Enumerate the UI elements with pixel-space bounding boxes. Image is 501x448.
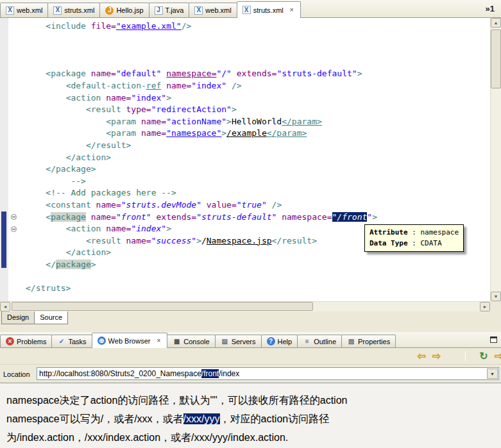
- forward-icon[interactable]: ⇨: [429, 351, 445, 361]
- code-token: [232, 69, 237, 78]
- fold-cell: [8, 92, 19, 104]
- code-editor[interactable]: <include file="example.xml"/> <package n…: [19, 18, 490, 301]
- highlighted-text: /xxx/yyy: [183, 413, 220, 424]
- code-token: name=: [126, 236, 151, 245]
- panel-tab-console[interactable]: ▦Console: [167, 335, 215, 347]
- scroll-up-arrow-icon[interactable]: ▲: [491, 18, 501, 28]
- code-token: [26, 153, 66, 162]
- annotation-ruler[interactable]: [0, 18, 8, 301]
- code-token: "true": [237, 200, 267, 210]
- code-token: >: [232, 104, 237, 114]
- page-tab-source[interactable]: Source: [34, 311, 68, 324]
- horizontal-scrollbar[interactable]: ◄ ►: [0, 301, 490, 311]
- url-input[interactable]: http://localhost:8080/Struts2_0200_Names…: [37, 367, 499, 380]
- code-token: </: [46, 260, 56, 269]
- code-token: [26, 224, 66, 233]
- editor-tab-t-java[interactable]: JT.java: [149, 3, 190, 17]
- tab-overflow-chevron[interactable]: »1: [486, 4, 495, 13]
- code-token: file=: [91, 21, 116, 31]
- code-token: "struts-default": [276, 69, 357, 78]
- scroll-down-arrow-icon[interactable]: ▼: [491, 292, 501, 301]
- properties-icon: ▧: [347, 337, 355, 345]
- collapse-toggle-icon[interactable]: [11, 226, 17, 232]
- code-line: <constant name="struts.devMode" value="t…: [26, 199, 490, 212]
- back-icon[interactable]: ⇦: [414, 351, 429, 361]
- panel-tab-outline[interactable]: ≡Outline: [297, 335, 342, 347]
- code-token: [86, 21, 91, 31]
- text-part: http://localhost:8080/Struts2_0200_Names…: [39, 369, 201, 378]
- folding-ruler[interactable]: [8, 18, 19, 301]
- code-token: [267, 200, 272, 210]
- code-token: <package: [46, 69, 86, 78]
- url-highlighted-segment: /front: [201, 369, 219, 378]
- editor-tab-struts-xml[interactable]: Xstruts.xml×: [237, 1, 301, 18]
- xml-file-icon: X: [6, 6, 14, 15]
- code-line: <param name="actionName">HelloWorld</par…: [26, 116, 490, 128]
- code-token: [86, 212, 91, 222]
- code-token: ref: [146, 81, 161, 90]
- code-token: [26, 188, 46, 197]
- url-dropdown-icon[interactable]: ▼: [487, 369, 498, 379]
- editor-tab-strip: Xweb.xmlXstruts.xmlJHello.jspJT.javaXweb…: [0, 0, 300, 17]
- collapse-toggle-icon[interactable]: [11, 214, 17, 220]
- code-token: [26, 93, 66, 103]
- code-token: </package>: [46, 164, 96, 174]
- close-icon[interactable]: ×: [289, 6, 295, 13]
- editor-tab-hello-jsp[interactable]: JHello.jsp: [99, 3, 149, 17]
- page-tab-design[interactable]: Design: [1, 311, 35, 324]
- fold-cell: [8, 116, 19, 128]
- panel-tab-help[interactable]: ?Help: [261, 335, 298, 347]
- horizontal-scroll-thumb[interactable]: [12, 302, 313, 311]
- editor-tab-bar: Xweb.xmlXstruts.xmlJHello.jspJT.javaXweb…: [0, 0, 501, 18]
- code-token: extends=: [157, 212, 197, 222]
- tooltip-attribute-label: Attribute: [369, 228, 408, 236]
- xml-file-icon: X: [194, 6, 203, 15]
- scroll-right-arrow-icon[interactable]: ►: [480, 302, 490, 311]
- editor-tab-web-xml[interactable]: Xweb.xml: [0, 3, 48, 17]
- tooltip-attribute-label: Data Type: [369, 239, 408, 247]
- code-token: </param>: [282, 117, 322, 126]
- panel-tab-servers[interactable]: ▤Servers: [215, 335, 262, 347]
- panel-tab-strip: ×Problems✓Tasks⊕Web Browser×▦Console▤Ser…: [0, 332, 395, 347]
- code-token: "redirectAction": [151, 104, 232, 114]
- panel-tab-web-browser[interactable]: ⊕Web Browser×: [92, 333, 168, 348]
- code-line: <package name="default" namespace="/" ex…: [26, 68, 490, 80]
- tab-label: struts.xml: [64, 6, 94, 14]
- code-token: [26, 164, 46, 174]
- vertical-scrollbar[interactable]: ▲ ▼: [490, 18, 501, 301]
- panel-tab-problems[interactable]: ×Problems: [0, 335, 52, 347]
- code-line: [26, 56, 490, 69]
- code-token: "example.xml": [116, 21, 182, 31]
- panel-tab-properties[interactable]: ▧Properties: [341, 335, 396, 347]
- tab-label: Console: [183, 338, 209, 345]
- go-icon[interactable]: ⇨: [491, 351, 501, 361]
- maximize-panel-icon[interactable]: [490, 336, 497, 343]
- close-icon[interactable]: ×: [155, 337, 162, 344]
- editor-tab-struts-xml[interactable]: Xstruts.xml: [47, 3, 100, 17]
- vertical-scroll-thumb[interactable]: [491, 29, 501, 88]
- code-token: [26, 200, 46, 210]
- tooltip-row: Attribute : namespace: [369, 227, 459, 238]
- tab-label: Properties: [358, 338, 390, 345]
- fold-cell: [8, 21, 19, 33]
- editor-tab-web-xml[interactable]: Xweb.xml: [189, 3, 237, 17]
- fold-cell: [8, 247, 19, 259]
- code-token: type=: [126, 104, 151, 114]
- code-token: <param: [106, 117, 136, 126]
- refresh-icon[interactable]: ↻: [476, 351, 491, 361]
- code-line: <!-- Add packages here -->: [26, 187, 490, 199]
- tooltip-separator: :: [408, 239, 421, 247]
- fold-cell: [8, 176, 19, 188]
- tab-label: Web Browser: [108, 337, 151, 345]
- location-bar: Location http://localhost:8080/Struts2_0…: [0, 364, 501, 383]
- code-token: "actionName": [166, 117, 226, 126]
- jsp-file-icon: J: [105, 6, 114, 15]
- panel-tab-tasks[interactable]: ✓Tasks: [51, 335, 92, 347]
- tab-label: web.xml: [17, 6, 42, 14]
- code-token: [26, 260, 46, 269]
- text-part: 为/index.action，/xxx/index.action，或者/xxx/…: [6, 432, 288, 443]
- code-token: >: [372, 212, 377, 222]
- code-token: name=: [91, 212, 116, 222]
- scroll-left-arrow-icon[interactable]: ◄: [0, 302, 10, 311]
- code-token: </struts>: [26, 283, 71, 293]
